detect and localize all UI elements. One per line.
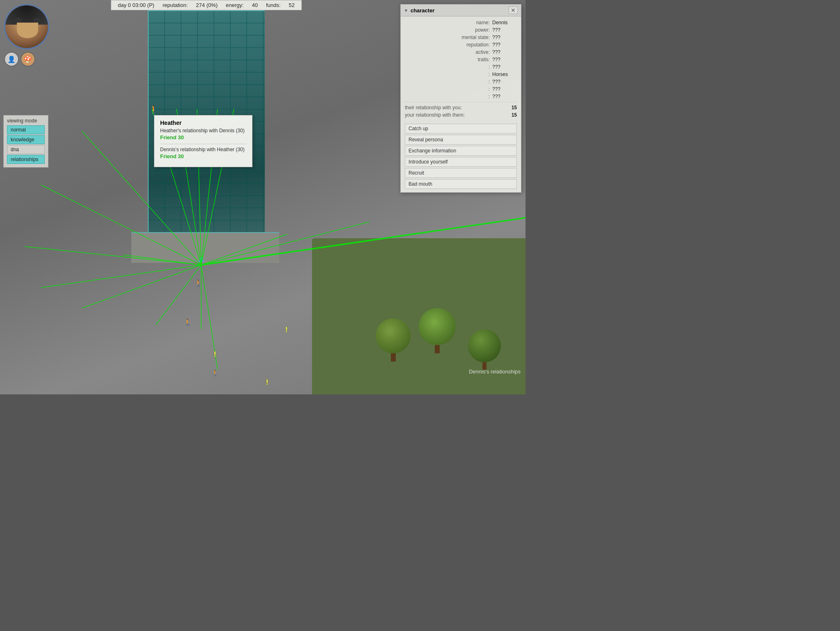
- exclaim-1: !: [214, 351, 216, 358]
- player-marker: [198, 257, 204, 262]
- npc-4: 🚶: [211, 370, 218, 376]
- dennis-relationships-label: Dennis's relationships: [469, 368, 521, 375]
- heather-popup: Heather Heather's relationship with Denn…: [154, 115, 252, 167]
- cp-rel-row-their: their relationship with you: 15: [405, 104, 517, 111]
- char-panel: ▼ character ✕ name: Dennis power: ??? me…: [400, 4, 521, 193]
- cp-row-trait5: : ???: [405, 85, 517, 93]
- avatar-icon-2[interactable]: 🍄: [21, 52, 35, 67]
- tree-2: [419, 308, 456, 353]
- reputation-value: 274 (0%): [196, 2, 218, 8]
- heather-rel2-status: Friend 30: [160, 153, 246, 159]
- viewing-mode-knowledge[interactable]: knowledge: [7, 135, 45, 144]
- cp-row-power: power: ???: [405, 26, 517, 34]
- action-bad-mouth[interactable]: Bad mouth: [405, 179, 517, 189]
- action-exchange-information[interactable]: Exchange information: [405, 146, 517, 156]
- avatar-hair: [5, 5, 48, 25]
- char-panel-body: name: Dennis power: ??? mental state: ??…: [401, 16, 521, 121]
- top-bar: day 0 03:00 (P) reputation: 274 (0%) ene…: [111, 0, 302, 10]
- tree-1: [376, 318, 411, 362]
- cp-row-trait6: : ???: [405, 93, 517, 100]
- npc-1: 🚶: [149, 105, 159, 115]
- cp-row-active: active: ???: [405, 48, 517, 56]
- char-panel-title: character: [411, 7, 506, 14]
- viewing-mode-panel: viewing mode normal knowledge dna relati…: [3, 115, 48, 168]
- funds-value: 52: [289, 2, 294, 8]
- building-base: [131, 232, 279, 263]
- char-panel-actions: Catch up Reveal persona Exchange informa…: [401, 121, 521, 192]
- cp-row-traits: traits: ???: [405, 56, 517, 63]
- action-recruit[interactable]: Recruit: [405, 168, 517, 178]
- char-panel-header: ▼ character ✕: [401, 5, 521, 16]
- funds-label: funds:: [266, 2, 280, 8]
- exclaim-2: !: [285, 326, 287, 334]
- avatar-icon-1[interactable]: 👤: [4, 52, 19, 67]
- cp-row-trait4: : ???: [405, 78, 517, 85]
- char-panel-arrow: ▼: [404, 8, 408, 13]
- avatar-portrait[interactable]: [4, 4, 49, 49]
- action-reveal-persona[interactable]: Reveal persona: [405, 135, 517, 145]
- npc-2: 🚶: [194, 279, 202, 287]
- exclaim-3: !: [266, 379, 268, 386]
- cp-rel-row-your: your relationship with them: 15: [405, 111, 517, 119]
- heather-rel1-status: Friend 30: [160, 134, 246, 140]
- energy-label: energy:: [226, 2, 243, 8]
- viewing-mode-relationships[interactable]: relationships: [7, 155, 45, 164]
- viewing-mode-dna[interactable]: dna: [7, 145, 45, 154]
- npc-3: 🚶: [184, 318, 192, 326]
- char-panel-close[interactable]: ✕: [509, 7, 518, 14]
- cp-row-horses: : Horses: [405, 71, 517, 78]
- heather-name: Heather: [160, 120, 246, 126]
- cp-row-mental: mental state: ???: [405, 34, 517, 41]
- viewing-mode-title: viewing mode: [7, 118, 45, 124]
- cp-row-trait2: : ???: [405, 63, 517, 71]
- avatar-icons: 👤 🍄: [4, 52, 49, 67]
- heather-rel1-label: Heather's relationship with Dennis (30): [160, 128, 246, 134]
- viewing-mode-normal[interactable]: normal: [7, 125, 45, 134]
- tree-3: [468, 329, 501, 370]
- reputation-label: reputation:: [163, 2, 188, 8]
- action-introduce-yourself[interactable]: Introduce yourself: [405, 157, 517, 167]
- heather-rel2-label: Dennis's relationship with Heather (30): [160, 147, 246, 152]
- cp-row-reputation: reputation: ???: [405, 41, 517, 48]
- action-catch-up[interactable]: Catch up: [405, 124, 517, 134]
- cp-row-name: name: Dennis: [405, 19, 517, 26]
- avatar-section: 👤 🍄: [4, 4, 49, 67]
- day-display: day 0 03:00 (P): [118, 2, 154, 8]
- energy-value: 40: [252, 2, 257, 8]
